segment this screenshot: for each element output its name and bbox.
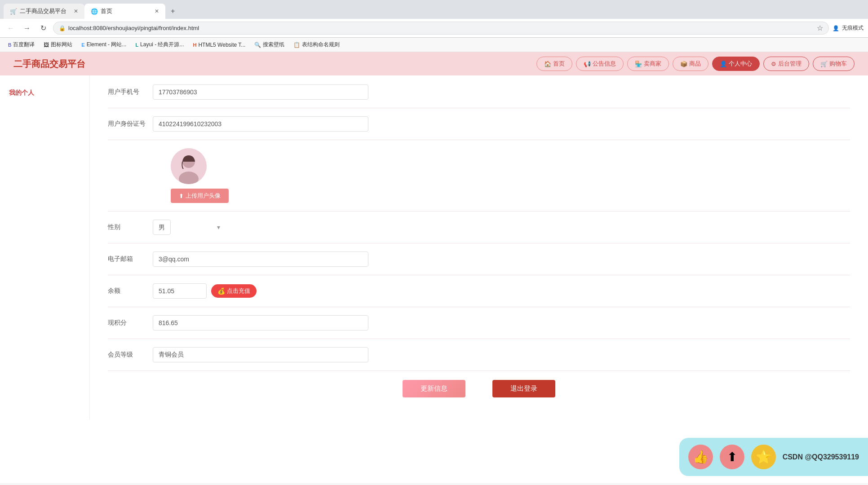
- id-input[interactable]: [153, 116, 368, 132]
- bookmark-table[interactable]: 📋 表结构命名规则: [290, 40, 343, 50]
- tab2-close[interactable]: ✕: [155, 8, 159, 14]
- bookmark-wallpaper[interactable]: 🔍 搜索壁纸: [251, 40, 288, 50]
- new-tab-button[interactable]: +: [165, 4, 180, 19]
- wallpaper-label: 搜索壁纸: [263, 41, 284, 48]
- avatar-svg: [171, 148, 207, 184]
- browser-user-area: 👤 无痕模式: [833, 24, 864, 32]
- page-wrapper: 二手商品交易平台 🏠 首页 📢 公告信息 🏪 卖商家 📦 商品 👤 个人中心 ⚙…: [0, 52, 868, 483]
- table-favicon: 📋: [293, 42, 300, 48]
- upload-avatar-button[interactable]: ⬆ 上传用户头像: [171, 189, 229, 203]
- element-favicon: E: [81, 42, 84, 48]
- update-button[interactable]: 更新信息: [403, 380, 465, 397]
- address-bar[interactable]: 🔒 ☆: [53, 22, 829, 35]
- incognito-label: 无痕模式: [842, 24, 864, 32]
- address-input[interactable]: [68, 25, 814, 31]
- baidu-favicon: B: [8, 42, 11, 48]
- gender-select[interactable]: 男 女: [153, 220, 171, 235]
- icons-favicon: 🖼: [44, 42, 49, 48]
- browser-chrome: 🛒 二手商品交易平台 ✕ 🌐 首页 ✕ + ← → ↻ 🔒 ☆ 👤 无痕模式 B…: [0, 0, 868, 52]
- phone-input[interactable]: [153, 84, 368, 100]
- browser-tab-2[interactable]: 🌐 首页 ✕: [84, 4, 165, 19]
- gender-row: 性别 男 女 ▾: [108, 220, 850, 243]
- phone-row: 用户手机号: [108, 84, 850, 108]
- nav-personal[interactable]: 👤 个人中心: [712, 57, 760, 71]
- csdn-watermark: 👍 ⬆ ⭐ CSDN @QQ329539119: [679, 438, 868, 476]
- points-row: 现积分: [108, 315, 850, 339]
- nav-goods[interactable]: 📦 商品: [673, 57, 709, 71]
- layui-label: Layui - 经典开源...: [140, 41, 184, 48]
- bookmark-element[interactable]: E Element - 网站...: [78, 40, 130, 50]
- tab1-favicon: 🛒: [10, 8, 17, 15]
- bookmark-html5[interactable]: H HTML5 Website T...: [189, 40, 249, 49]
- chevron-down-icon: ▾: [217, 224, 220, 231]
- layui-favicon: L: [135, 42, 138, 48]
- forward-button[interactable]: →: [21, 22, 33, 35]
- recharge-button[interactable]: 💰 点击充值: [211, 284, 257, 298]
- site-header: 二手商品交易平台 🏠 首页 📢 公告信息 🏪 卖商家 📦 商品 👤 个人中心 ⚙…: [0, 52, 868, 75]
- user-avatar-icon: 👤: [833, 25, 839, 31]
- html5-label: HTML5 Website T...: [198, 42, 245, 48]
- gender-select-wrapper: 男 女 ▾: [153, 220, 225, 235]
- nav-buttons: 🏠 首页 📢 公告信息 🏪 卖商家 📦 商品 👤 个人中心 ⚙ 后台管理 🛒 购…: [536, 57, 855, 71]
- csdn-text: CSDN @QQ329539119: [783, 453, 859, 461]
- element-label: Element - 网站...: [87, 41, 127, 48]
- id-row: 用户身份证号: [108, 116, 850, 140]
- sidebar-item-profile[interactable]: 我的个人: [0, 84, 89, 101]
- bookmarks-bar: B 百度翻译 🖼 图标网站 E Element - 网站... L Layui …: [0, 38, 868, 52]
- star-icon: ⭐: [751, 445, 776, 469]
- baidu-label: 百度翻译: [13, 41, 35, 48]
- lock-icon: 🔒: [59, 25, 66, 31]
- like-icon: 👍: [688, 445, 713, 469]
- tab2-favicon: 🌐: [91, 8, 98, 15]
- recharge-label: 点击充值: [227, 287, 250, 295]
- table-label: 表结构命名规则: [302, 41, 340, 48]
- sidebar: 我的个人: [0, 75, 90, 420]
- bookmark-icons[interactable]: 🖼 图标网站: [40, 40, 76, 50]
- html5-favicon: H: [193, 42, 196, 48]
- tab1-close[interactable]: ✕: [74, 8, 78, 14]
- points-label: 现积分: [108, 319, 153, 327]
- upload-label: 上传用户头像: [186, 192, 221, 200]
- nav-cart[interactable]: 🛒 购物车: [813, 57, 855, 71]
- tab1-title: 二手商品交易平台: [20, 7, 66, 15]
- browser-tabs: 🛒 二手商品交易平台 ✕ 🌐 首页 ✕ +: [0, 0, 868, 19]
- email-input[interactable]: [153, 251, 368, 267]
- avatar: [171, 148, 207, 184]
- bookmark-star-icon[interactable]: ☆: [817, 24, 823, 32]
- nav-home[interactable]: 🏠 首页: [536, 57, 572, 71]
- action-row: 更新信息 退出登录: [108, 380, 850, 411]
- back-button[interactable]: ←: [4, 22, 17, 35]
- form-area: 用户手机号 用户身份证号: [90, 75, 868, 420]
- nav-admin[interactable]: ⚙ 后台管理: [763, 57, 809, 71]
- email-label: 电子邮箱: [108, 255, 153, 263]
- nav-seller[interactable]: 🏪 卖商家: [627, 57, 669, 71]
- balance-input[interactable]: [153, 283, 207, 299]
- level-label: 会员等级: [108, 351, 153, 359]
- balance-row: 余额 💰 点击充值: [108, 283, 850, 307]
- browser-toolbar: ← → ↻ 🔒 ☆ 👤 无痕模式: [0, 19, 868, 38]
- recharge-icon: 💰: [217, 287, 225, 295]
- avatar-section: ⬆ 上传用户头像: [108, 148, 850, 212]
- logout-button[interactable]: 退出登录: [492, 380, 555, 397]
- tab2-title: 首页: [101, 7, 112, 15]
- points-input[interactable]: [153, 315, 368, 331]
- refresh-button[interactable]: ↻: [37, 22, 49, 35]
- upload-icon: ⬆: [179, 193, 184, 199]
- icons-label: 图标网站: [51, 41, 72, 48]
- level-row: 会员等级: [108, 347, 850, 371]
- bookmark-baidu[interactable]: B 百度翻译: [4, 40, 38, 50]
- bookmark-layui[interactable]: L Layui - 经典开源...: [132, 40, 187, 50]
- nav-announcement[interactable]: 📢 公告信息: [576, 57, 624, 71]
- phone-label: 用户手机号: [108, 88, 153, 96]
- balance-label: 余额: [108, 287, 153, 295]
- id-label: 用户身份证号: [108, 120, 153, 128]
- wallpaper-favicon: 🔍: [254, 42, 261, 48]
- email-row: 电子邮箱: [108, 251, 850, 275]
- site-logo: 二手商品交易平台: [13, 58, 85, 70]
- level-input[interactable]: [153, 347, 368, 362]
- browser-tab-1[interactable]: 🛒 二手商品交易平台 ✕: [4, 4, 84, 19]
- main-layout: 我的个人 用户手机号 用户身份证号: [0, 75, 868, 420]
- gender-label: 性别: [108, 223, 153, 231]
- upload-icon-csdn: ⬆: [720, 445, 744, 469]
